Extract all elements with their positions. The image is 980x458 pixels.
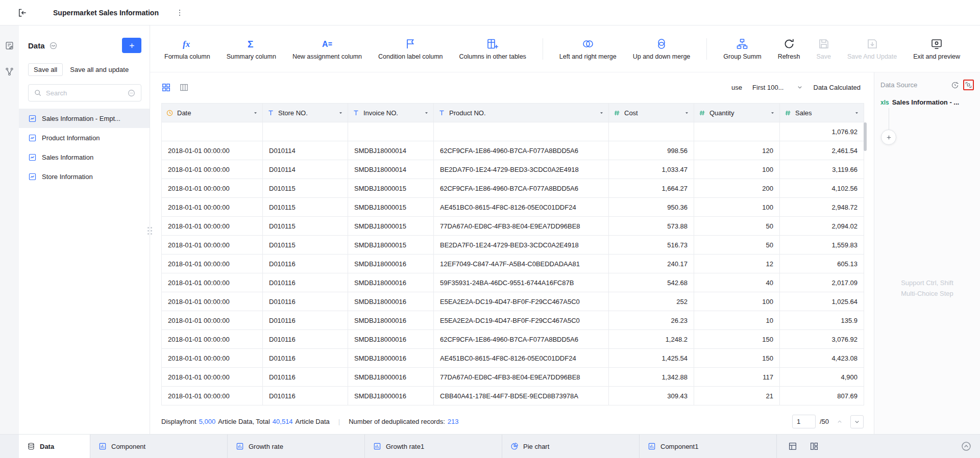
table-cell: SMDBJ18000016 <box>348 292 434 311</box>
layout-view-icon[interactable] <box>810 442 819 451</box>
pagination: /50 <box>792 415 864 428</box>
data-source-item[interactable]: xls Sales Information - ... <box>880 98 974 106</box>
table-row[interactable]: 2018-01-01 00:00:00D010116SMDBJ18000016C… <box>162 387 864 405</box>
table-cell: 50 <box>694 217 780 236</box>
sidebar-resize-handle[interactable] <box>148 227 152 239</box>
toolbar-button-label: Refresh <box>778 53 800 60</box>
sidebar-item-product-information[interactable]: Product Information <box>19 128 150 147</box>
save-all-button[interactable]: Save all <box>28 63 63 76</box>
row-limit-dropdown[interactable]: First 100... <box>752 84 803 91</box>
text-icon <box>267 109 275 117</box>
save-all-and-update-button[interactable]: Save all and update <box>70 66 129 73</box>
table-row[interactable]: 2018-01-01 00:00:00D010116SMDBJ180000161… <box>162 255 864 273</box>
table-cell: D010115 <box>263 179 348 198</box>
table-cell: 117 <box>694 368 780 387</box>
table-cell: 100 <box>694 292 780 311</box>
toolbar-button-new-assignment-column[interactable]: ANew assignment column <box>292 38 362 60</box>
tab-component[interactable]: Component <box>90 435 228 458</box>
table-cell: 62CF9CFA-1E86-4960-B7CA-F077A8BDD5A6 <box>434 179 609 198</box>
toolbar-button-columns-in-other-tables[interactable]: Columns in other tables <box>459 38 526 60</box>
table-row[interactable]: 2018-01-01 00:00:00D010116SMDBJ18000016A… <box>162 349 864 368</box>
caret-down-icon <box>770 110 775 116</box>
table-cell: 516.73 <box>609 236 694 255</box>
edit-dataset-icon[interactable] <box>5 41 14 50</box>
page-up-button[interactable] <box>833 415 846 428</box>
record-count-text: Displayfront 5,000 Article Data, Total 4… <box>161 418 459 425</box>
eye-off-icon[interactable] <box>49 41 58 50</box>
add-data-source-button[interactable] <box>881 130 896 145</box>
table-row[interactable]: 2018-01-01 00:00:00D010114SMDBJ18000014B… <box>162 160 864 179</box>
table-row[interactable]: 2018-01-01 00:00:00D010115SMDBJ18000015A… <box>162 198 864 217</box>
more-menu-icon[interactable] <box>175 8 184 17</box>
search-options-icon[interactable] <box>127 89 136 97</box>
table-cell: 135.9 <box>780 311 864 330</box>
table-row[interactable]: 2018-01-01 00:00:00D010116SMDBJ180000166… <box>162 330 864 349</box>
table-row[interactable]: 1,076.92 <box>162 122 864 141</box>
add-dataset-button[interactable] <box>122 38 141 53</box>
tab-pie-chart[interactable]: Pie chart <box>502 435 640 458</box>
use-label: use <box>731 84 742 91</box>
toolbar-button-label: Summary column <box>227 53 276 60</box>
hash-icon <box>784 109 792 117</box>
expand-icon[interactable] <box>965 81 972 89</box>
tab-growth-rate[interactable]: Growth rate <box>228 435 365 458</box>
table-row[interactable]: 2018-01-01 00:00:00D010115SMDBJ18000015B… <box>162 236 864 255</box>
column-header-quantity[interactable]: Quantity <box>694 104 780 122</box>
toolbar-button-label: Save <box>816 53 831 60</box>
tab-label: Component <box>111 443 145 450</box>
collapse-panel-icon[interactable] <box>17 8 28 18</box>
table-row[interactable]: 2018-01-01 00:00:00D010116SMDBJ18000016E… <box>162 311 864 330</box>
table-row[interactable]: 2018-01-01 00:00:00D010115SMDBJ180000156… <box>162 179 864 198</box>
tab-data[interactable]: Data <box>19 435 90 458</box>
table-cell: 542.68 <box>609 273 694 292</box>
table-cell: 12EF7049-C847-4A7F-A5B4-C0BEDDADAA81 <box>434 255 609 273</box>
sidebar-item-sales-information[interactable]: Sales Information <box>19 147 150 167</box>
table-row[interactable]: 2018-01-01 00:00:00D010115SMDBJ180000157… <box>162 217 864 236</box>
sidebar-item-sales-information-empt[interactable]: Sales Information - Empt... <box>19 109 150 128</box>
toolbar-button-label: Columns in other tables <box>459 53 526 60</box>
table-cell: SMDBJ18000016 <box>348 311 434 330</box>
table-view-icon[interactable] <box>179 83 189 92</box>
tab-component1[interactable]: Component1 <box>640 435 777 458</box>
tabbar-tools <box>777 435 830 458</box>
svg-text:A: A <box>322 40 328 48</box>
table-row[interactable]: 2018-01-01 00:00:00D010116SMDBJ180000167… <box>162 368 864 387</box>
data-table: DateStore NO.Invoice NO.Product NO.CostQ… <box>161 103 864 405</box>
page-down-button[interactable] <box>850 415 864 428</box>
column-header-sales[interactable]: Sales <box>780 104 864 122</box>
column-header-date[interactable]: Date <box>162 104 263 122</box>
toolbar-button-exit-and-preview[interactable]: Exit and preview <box>913 38 960 60</box>
toolbar-button-group-summ[interactable]: Group Summ <box>723 38 761 60</box>
ud-merge-icon <box>655 38 668 50</box>
topbar: Supermarket Sales Information <box>0 0 980 26</box>
column-header-cost[interactable]: Cost <box>609 104 694 122</box>
new-dashboard-icon[interactable] <box>788 442 797 451</box>
toolbar-button-up-and-down-merge[interactable]: Up and down merge <box>633 38 691 60</box>
toolbar-button-summary-column[interactable]: ΣSummary column <box>227 38 276 60</box>
table-cell: 40 <box>694 273 780 292</box>
tab-growth-rate1[interactable]: Growth rate1 <box>365 435 502 458</box>
vertical-scrollbar[interactable] <box>864 122 867 151</box>
page-input[interactable] <box>792 415 816 428</box>
column-header-product-no[interactable]: Product NO. <box>434 104 609 122</box>
toolbar-button-left-and-right-merge[interactable]: Left and right merge <box>559 38 617 60</box>
grid-view-icon[interactable] <box>161 83 171 92</box>
toolbar-button-refresh[interactable]: Refresh <box>778 38 800 60</box>
data-connection-icon[interactable] <box>5 67 14 77</box>
collapse-tabbar-icon[interactable] <box>961 441 972 452</box>
history-icon[interactable] <box>951 81 959 89</box>
table-row[interactable]: 2018-01-01 00:00:00D010116SMDBJ18000016E… <box>162 292 864 311</box>
table-cell: SMDBJ18000016 <box>348 349 434 368</box>
content: use First 100... Data Calculated DateSto… <box>150 72 980 434</box>
search-input[interactable] <box>46 89 123 97</box>
summary-icon: Σ <box>245 38 257 50</box>
toolbar-button-formula-column[interactable]: fxFormula column <box>164 38 210 60</box>
table-row[interactable]: 2018-01-01 00:00:00D010116SMDBJ180000165… <box>162 273 864 292</box>
toolbar-button-condition-label-column[interactable]: Condition label column <box>378 38 443 60</box>
toolbar-button-save-and-update[interactable]: Save And Update <box>847 38 897 60</box>
table-row[interactable]: 2018-01-01 00:00:00D010114SMDBJ180000146… <box>162 141 864 160</box>
column-header-invoice-no[interactable]: Invoice NO. <box>348 104 434 122</box>
sidebar-item-store-information[interactable]: Store Information <box>19 167 150 186</box>
toolbar-button-save[interactable]: Save <box>816 38 831 60</box>
column-header-store-no[interactable]: Store NO. <box>263 104 348 122</box>
